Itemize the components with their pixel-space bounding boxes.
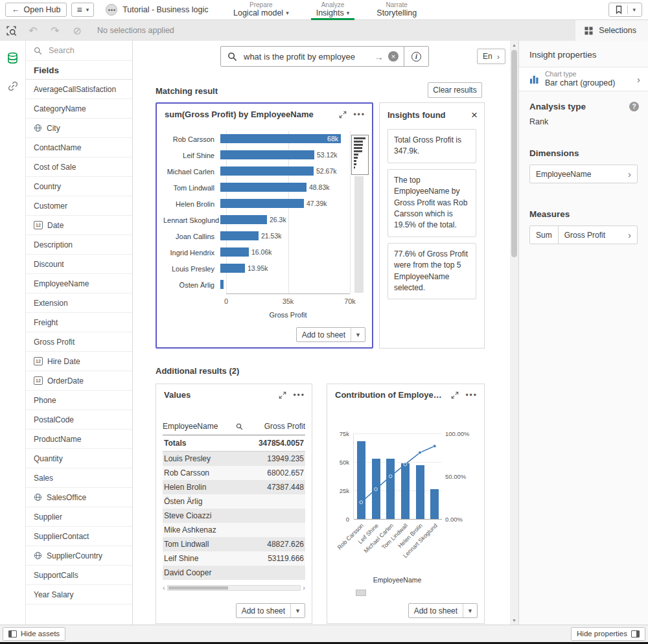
scroll-right-icon[interactable]: › <box>303 584 305 592</box>
search-icon[interactable] <box>236 423 243 430</box>
field-item[interactable]: Sales <box>26 468 132 488</box>
field-item[interactable]: AverageCallSatisfaction <box>26 80 132 99</box>
field-item[interactable]: 12Date <box>26 216 132 235</box>
bar[interactable] <box>220 264 245 273</box>
bar[interactable] <box>220 199 304 208</box>
field-item[interactable]: Customer <box>26 196 132 216</box>
field-item[interactable]: Freight <box>26 313 132 332</box>
field-item[interactable]: CategoryName <box>26 99 132 119</box>
search-info-button[interactable]: i <box>404 47 428 66</box>
add-to-sheet-button[interactable]: Add to sheet ▼ <box>296 327 365 342</box>
language-selector-button[interactable]: En › <box>477 49 505 64</box>
tab-narrate[interactable]: Narrate Storytelling <box>371 0 422 20</box>
column-header-employee[interactable]: EmployeeName <box>163 422 218 431</box>
table-row[interactable]: Helen Brolin47387.448 <box>163 480 305 494</box>
field-item[interactable]: EmployeeName <box>26 274 132 293</box>
field-item[interactable]: City <box>26 119 132 138</box>
field-item[interactable]: Description <box>26 235 132 255</box>
field-item[interactable]: SalesOffice <box>26 488 132 507</box>
field-item[interactable]: Discount <box>26 255 132 274</box>
column-header-gross-profit[interactable]: Gross Profit <box>248 422 305 431</box>
clear-selections-button[interactable]: ⊘ <box>66 20 88 41</box>
clear-search-icon[interactable]: × <box>388 51 399 62</box>
scroll-thumb[interactable] <box>511 50 517 257</box>
bar[interactable] <box>220 280 224 289</box>
hide-assets-button[interactable]: Hide assets <box>3 627 65 641</box>
bar[interactable] <box>220 231 259 240</box>
field-item[interactable]: Country <box>26 177 132 196</box>
more-menu-icon[interactable]: ••• <box>293 391 305 399</box>
chart-type-row[interactable]: Chart type Bar chart (grouped) › <box>519 67 648 91</box>
table-row[interactable]: Mike Ashkenaz <box>163 523 305 537</box>
main-scrollbar[interactable]: ▲ ▼ <box>510 41 518 625</box>
step-back-selections-button[interactable]: ↶ <box>22 20 44 41</box>
field-item[interactable]: 12OrderDate <box>26 371 132 391</box>
values-table-card[interactable]: Values ••• EmployeeName Gross Profit <box>156 384 312 624</box>
table-row[interactable]: Rob Carsson68002.657 <box>163 466 305 480</box>
hide-properties-button[interactable]: Hide properties <box>571 627 645 641</box>
field-item[interactable]: Gross Profit <box>26 332 132 352</box>
expand-icon[interactable] <box>339 111 347 119</box>
scroll-up-icon[interactable]: ▲ <box>510 43 518 47</box>
contribution-chart-card[interactable]: Contribution of Employee... ••• Employee… <box>327 384 485 624</box>
field-item[interactable]: ContactName <box>26 138 132 157</box>
bar[interactable] <box>220 183 307 192</box>
field-item[interactable]: 12Hire Date <box>26 352 132 371</box>
table-row[interactable]: Östen Ärlig <box>163 494 305 509</box>
bar[interactable] <box>220 134 341 143</box>
selections-tool-button[interactable] <box>0 20 22 41</box>
expand-icon[interactable] <box>451 391 459 399</box>
field-item[interactable]: SupplierContact <box>26 527 132 546</box>
field-item[interactable]: SupplierCountry <box>26 546 132 566</box>
more-menu-icon[interactable]: ••• <box>465 391 478 399</box>
open-hub-button[interactable]: ← Open Hub <box>5 3 67 17</box>
more-menu-icon[interactable]: ••• <box>353 111 365 119</box>
field-item[interactable]: Extension <box>26 293 132 313</box>
table-row[interactable]: David Cooper <box>163 566 305 580</box>
expand-icon[interactable] <box>279 391 286 399</box>
table-row[interactable]: Leif Shine53119.666 <box>163 551 305 566</box>
bar[interactable] <box>220 247 249 257</box>
tab-analyze[interactable]: Analyze Insights▾ <box>311 0 355 20</box>
measure-item[interactable]: Sum Gross Profit › <box>529 225 638 244</box>
bar[interactable] <box>220 167 314 176</box>
master-items-link-icon[interactable] <box>5 78 21 94</box>
bar[interactable] <box>220 215 267 224</box>
scroll-track[interactable] <box>167 585 301 591</box>
table-row[interactable]: Tom Lindwall48827.626 <box>163 537 305 551</box>
chart-scroll-track[interactable] <box>354 176 364 293</box>
scroll-down-icon[interactable]: ▼ <box>510 618 518 623</box>
fields-search[interactable] <box>26 41 132 61</box>
field-item[interactable]: ProductName <box>26 430 132 449</box>
field-item[interactable]: Quantity <box>26 449 132 468</box>
global-menu-button[interactable]: ≡ ▾ <box>71 3 94 17</box>
field-item[interactable]: PostalCode <box>26 410 132 430</box>
table-horizontal-scrollbar[interactable]: ‹ › <box>163 584 305 592</box>
clear-results-button[interactable]: Clear results <box>428 82 482 98</box>
field-item[interactable]: Cost of Sale <box>26 157 132 177</box>
add-to-sheet-button[interactable]: Add to sheet ▼ <box>236 603 305 618</box>
field-item[interactable]: Phone <box>26 391 132 410</box>
table-row[interactable]: Steve Cioazzi <box>163 509 305 523</box>
dimension-item[interactable]: EmployeeName › <box>529 165 638 183</box>
fields-search-input[interactable] <box>47 45 115 56</box>
bookmark-button[interactable]: ▾ <box>608 3 642 17</box>
insight-search-input[interactable] <box>242 51 371 62</box>
bar-chart-card[interactable]: sum(Gross Profit) by EmployeeName ••• Ro… <box>156 102 373 349</box>
tab-prepare[interactable]: Prepare Logical model▾ <box>228 0 294 20</box>
selections-panel-toggle[interactable]: Selections <box>575 20 648 41</box>
table-row[interactable]: Louis Presley13949.235 <box>163 452 305 466</box>
field-item[interactable]: Year Salary <box>26 585 132 604</box>
field-item[interactable]: Supplier <box>26 507 132 527</box>
step-forward-selections-button[interactable]: ↷ <box>44 20 66 41</box>
field-item[interactable]: SupportCalls <box>26 566 132 585</box>
scroll-left-icon[interactable]: ‹ <box>163 584 165 592</box>
bar[interactable] <box>220 150 314 159</box>
add-to-sheet-button[interactable]: Add to sheet ▼ <box>408 603 478 618</box>
scroll-thumb[interactable] <box>168 586 228 590</box>
help-icon[interactable]: ? <box>629 102 639 111</box>
submit-arrow-icon[interactable]: → <box>371 52 387 62</box>
chart-minimap[interactable] <box>351 135 369 175</box>
fields-assets-icon[interactable] <box>5 50 21 65</box>
insight-search-bar[interactable]: → × i <box>220 46 429 67</box>
